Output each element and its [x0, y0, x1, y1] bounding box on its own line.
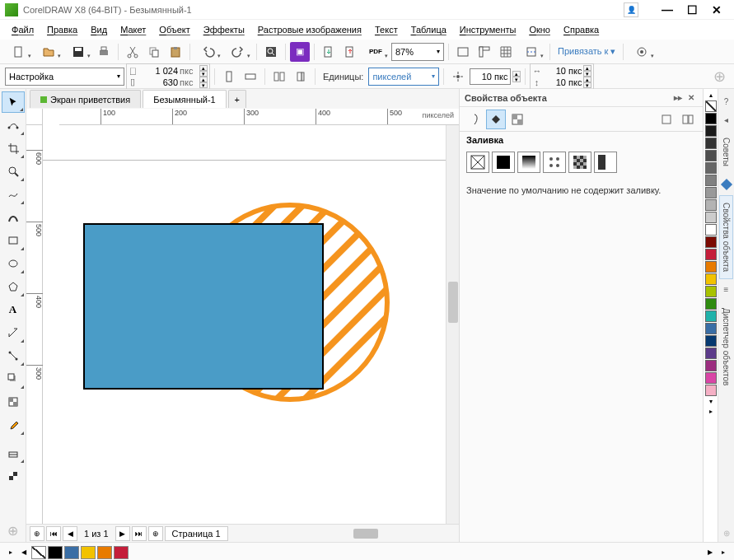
maximize-button[interactable]: ☐ — [680, 2, 704, 18]
outline-mode-button[interactable] — [465, 110, 484, 129]
palette-swatch[interactable] — [705, 199, 717, 211]
palette-swatch[interactable] — [705, 286, 717, 297]
vertical-ruler[interactable]: 600 500 400 300 — [26, 125, 43, 524]
interactive-fill-tool[interactable] — [2, 442, 25, 464]
docker-tab-hints[interactable]: Советы — [719, 130, 733, 174]
no-fill-button[interactable] — [466, 152, 489, 173]
snap-to-dropdown[interactable]: Привязать к ▾ — [554, 46, 619, 57]
nudge-distance-input[interactable]: 10 пкс — [470, 68, 511, 85]
palette-no-color[interactable] — [705, 100, 717, 112]
panel-view-button-1[interactable] — [657, 110, 676, 129]
palette-swatch[interactable] — [705, 385, 717, 396]
palette-swatch[interactable] — [705, 224, 717, 236]
page-preset-dropdown[interactable]: Настройка▾ — [5, 68, 124, 86]
prev-page-button[interactable]: ◀ — [63, 526, 77, 541]
palette-swatch[interactable] — [705, 175, 717, 186]
tab-new[interactable]: + — [228, 90, 246, 108]
show-grid-button[interactable] — [496, 42, 516, 62]
crop-tool[interactable] — [2, 138, 25, 159]
polygon-tool[interactable] — [2, 276, 25, 297]
hints-icon[interactable]: ? — [720, 95, 733, 108]
vertical-scrollbar[interactable] — [446, 125, 459, 524]
doc-palette-prev[interactable]: ◀ — [18, 547, 30, 558]
menu-bitmaps[interactable]: Растровые изображения — [253, 23, 367, 36]
tab-document[interactable]: Безымянный-1 — [143, 90, 227, 108]
palette-swatch[interactable] — [705, 372, 717, 384]
current-page-button[interactable] — [291, 67, 311, 86]
bitmap-pattern-button[interactable] — [568, 152, 591, 173]
copy-button[interactable] — [144, 42, 164, 62]
fullscreen-button[interactable] — [453, 42, 473, 62]
zoom-level-input[interactable]: 87%▾ — [391, 43, 444, 61]
menu-view[interactable]: Вид — [86, 23, 112, 36]
add-page-button[interactable]: ⊕ — [30, 526, 44, 541]
quick-customize-button[interactable]: ⊕ — [2, 520, 25, 541]
notification-icon[interactable]: 👤 — [624, 2, 638, 17]
cut-button[interactable] — [123, 42, 143, 62]
menu-effects[interactable]: Эффекты — [199, 23, 250, 36]
all-pages-button[interactable] — [269, 67, 289, 86]
palette-swatch[interactable] — [705, 249, 717, 260]
transparency-tool[interactable] — [2, 391, 25, 413]
print-button[interactable] — [94, 42, 114, 62]
show-guides-button[interactable] — [517, 42, 545, 62]
doc-palette-swatch[interactable] — [64, 546, 79, 559]
freehand-tool[interactable] — [2, 184, 25, 205]
palette-swatch[interactable] — [705, 298, 717, 310]
palette-swatch[interactable] — [705, 236, 717, 248]
publish-pdf-button[interactable]: PDF — [362, 42, 390, 62]
palette-swatch[interactable] — [705, 348, 717, 359]
show-rulers-button[interactable] — [475, 42, 494, 62]
pick-tool[interactable] — [2, 91, 25, 113]
parallel-dimension-tool[interactable] — [2, 322, 25, 343]
palette-swatch[interactable] — [705, 360, 717, 371]
portrait-button[interactable] — [219, 67, 239, 86]
palette-swatch[interactable] — [705, 138, 717, 149]
paste-button[interactable] — [166, 42, 185, 62]
page-height-input[interactable]: 630 — [138, 77, 178, 87]
menu-help[interactable]: Справка — [559, 23, 604, 36]
docker-add-button[interactable]: ⊕ — [720, 526, 733, 539]
next-page-button[interactable]: ▶ — [115, 526, 130, 541]
menu-file[interactable]: Файл — [7, 23, 39, 36]
palette-swatch[interactable] — [705, 125, 717, 137]
palette-up-button[interactable]: ▴ — [708, 91, 713, 100]
horizontal-scrollbar[interactable] — [353, 529, 378, 539]
artistic-media-tool[interactable] — [2, 207, 25, 228]
palette-swatch[interactable] — [705, 212, 717, 223]
doc-palette-menu[interactable]: ▸ — [5, 547, 16, 558]
search-content-button[interactable] — [261, 42, 281, 62]
menu-object[interactable]: Объект — [154, 23, 194, 36]
palette-swatch[interactable] — [705, 150, 717, 161]
panel-view-button-2[interactable] — [678, 110, 698, 129]
launch-button[interactable]: ▣ — [290, 42, 310, 62]
vector-pattern-button[interactable] — [543, 152, 566, 173]
rectangle-object[interactable] — [84, 224, 323, 389]
doc-palette-swatch[interactable] — [81, 546, 96, 559]
undo-button[interactable] — [194, 42, 222, 62]
zoom-tool[interactable] — [2, 161, 25, 182]
menu-edit[interactable]: Правка — [42, 23, 82, 36]
doc-palette-next[interactable]: ▶ — [704, 547, 716, 558]
add-plus-button[interactable]: ⊕ — [709, 67, 729, 86]
text-tool[interactable]: A — [2, 299, 25, 320]
save-button[interactable] — [64, 42, 92, 62]
ellipse-tool[interactable] — [2, 253, 25, 274]
palette-swatch[interactable] — [705, 273, 717, 285]
doc-palette-swatch[interactable] — [97, 546, 112, 559]
last-page-button[interactable]: ⏭ — [132, 526, 147, 541]
landscape-button[interactable] — [241, 67, 260, 86]
palette-swatch[interactable] — [705, 187, 717, 198]
menu-text[interactable]: Текст — [370, 23, 403, 36]
shape-tool[interactable] — [2, 114, 25, 136]
palette-swatch[interactable] — [705, 335, 717, 347]
export-button[interactable] — [340, 42, 360, 62]
eyedropper-tool[interactable] — [2, 414, 25, 436]
palette-swatch[interactable] — [705, 261, 717, 273]
menu-layout[interactable]: Макет — [115, 23, 151, 36]
dup-x-input[interactable]: 10 пкс — [542, 66, 582, 76]
horizontal-ruler[interactable]: 100 200 300 400 500 пикселей — [59, 109, 459, 125]
dup-y-input[interactable]: 10 пкс — [542, 77, 582, 87]
palette-swatch[interactable] — [705, 310, 717, 322]
doc-palette-flyout[interactable]: ▸ — [718, 547, 729, 558]
